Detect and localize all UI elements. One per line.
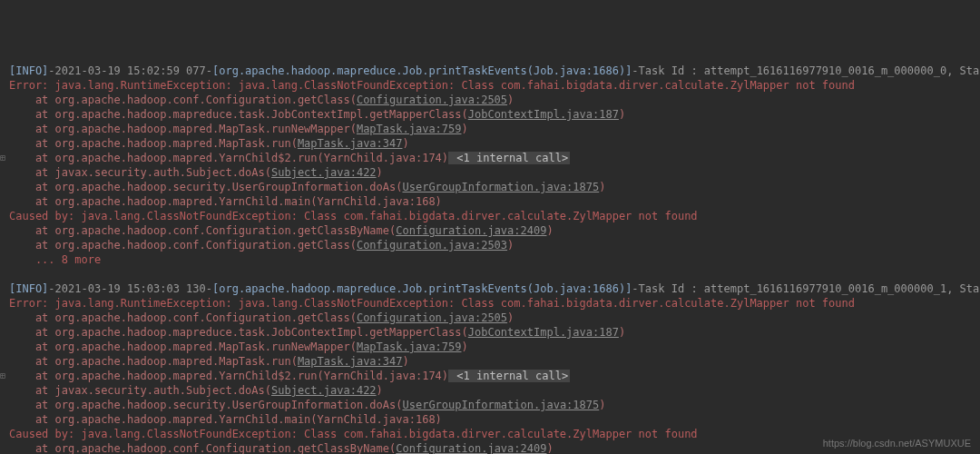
stack-frame: ⊞ at org.apache.hadoop.mapred.YarnChild$… bbox=[9, 369, 971, 383]
stack-frame: at org.apache.hadoop.conf.Configuration.… bbox=[9, 93, 971, 107]
stack-frame: at org.apache.hadoop.security.UserGroupI… bbox=[9, 398, 971, 412]
stack-frame: at org.apache.hadoop.conf.Configuration.… bbox=[9, 238, 971, 252]
internal-call-badge[interactable]: <1 internal call> bbox=[448, 152, 570, 164]
source-link[interactable]: Configuration.java:2503 bbox=[357, 239, 507, 252]
error-line: Error: java.lang.RuntimeException: java.… bbox=[9, 78, 971, 93]
source-link[interactable]: UserGroupInformation.java:1875 bbox=[402, 181, 599, 193]
error-line: Error: java.lang.RuntimeException: java.… bbox=[9, 296, 971, 311]
expand-icon[interactable]: ⊞ bbox=[0, 369, 5, 383]
stack-frame: ⊞ at org.apache.hadoop.mapred.YarnChild$… bbox=[9, 151, 971, 165]
watermark: https://blog.csdn.net/ASYMUXUE bbox=[823, 436, 971, 450]
stack-frame: at org.apache.hadoop.mapred.MapTask.run(… bbox=[9, 354, 971, 369]
stack-frame: at org.apache.hadoop.conf.Configuration.… bbox=[9, 223, 971, 238]
source-link[interactable]: MapTask.java:759 bbox=[357, 340, 462, 353]
stack-frame: at org.apache.hadoop.mapred.MapTask.runN… bbox=[9, 122, 971, 136]
source-link[interactable]: MapTask.java:759 bbox=[357, 123, 462, 135]
source-link[interactable]: Subject.java:422 bbox=[271, 166, 377, 179]
stack-frame: at javax.security.auth.Subject.doAs(Subj… bbox=[9, 165, 971, 180]
internal-call-badge[interactable]: <1 internal call> bbox=[448, 370, 570, 382]
source-link[interactable]: Configuration.java:2505 bbox=[357, 94, 507, 106]
log-info-line: [INFO]-2021-03-19 15:03:03 130-[org.apac… bbox=[9, 281, 971, 296]
source-link[interactable]: Configuration.java:2409 bbox=[396, 442, 546, 454]
source-link[interactable]: Configuration.java:2409 bbox=[396, 224, 546, 237]
source-link[interactable]: UserGroupInformation.java:1875 bbox=[402, 399, 599, 411]
stack-frame: at javax.security.auth.Subject.doAs(Subj… bbox=[9, 383, 971, 398]
stack-frame: at org.apache.hadoop.mapred.MapTask.runN… bbox=[9, 340, 971, 354]
source-link[interactable]: Subject.java:422 bbox=[271, 384, 377, 397]
expand-icon[interactable]: ⊞ bbox=[0, 151, 5, 165]
stack-frame: at org.apache.hadoop.security.UserGroupI… bbox=[9, 180, 971, 194]
source-link[interactable]: JobContextImpl.java:187 bbox=[468, 108, 619, 121]
log-info-line: [INFO]-2021-03-19 15:02:59 077-[org.apac… bbox=[9, 64, 971, 78]
stack-frame: at org.apache.hadoop.mapred.MapTask.run(… bbox=[9, 136, 971, 151]
source-link[interactable]: MapTask.java:347 bbox=[298, 355, 403, 368]
caused-by-line: Caused by: java.lang.ClassNotFoundExcept… bbox=[9, 209, 971, 223]
stack-frame: at org.apache.hadoop.mapred.YarnChild.ma… bbox=[9, 412, 971, 427]
source-link[interactable]: Configuration.java:2505 bbox=[357, 311, 507, 324]
blank-line bbox=[9, 267, 971, 281]
stack-frame: at org.apache.hadoop.mapreduce.task.JobC… bbox=[9, 325, 971, 340]
stack-frame: at org.apache.hadoop.mapreduce.task.JobC… bbox=[9, 107, 971, 122]
stack-frame: at org.apache.hadoop.conf.Configuration.… bbox=[9, 311, 971, 325]
source-link[interactable]: MapTask.java:347 bbox=[298, 137, 403, 150]
stack-frame: at org.apache.hadoop.mapred.YarnChild.ma… bbox=[9, 194, 971, 209]
console-log: [INFO]-2021-03-19 15:02:59 077-[org.apac… bbox=[9, 64, 971, 454]
more-line: ... 8 more bbox=[9, 252, 971, 267]
source-link[interactable]: JobContextImpl.java:187 bbox=[468, 326, 619, 339]
